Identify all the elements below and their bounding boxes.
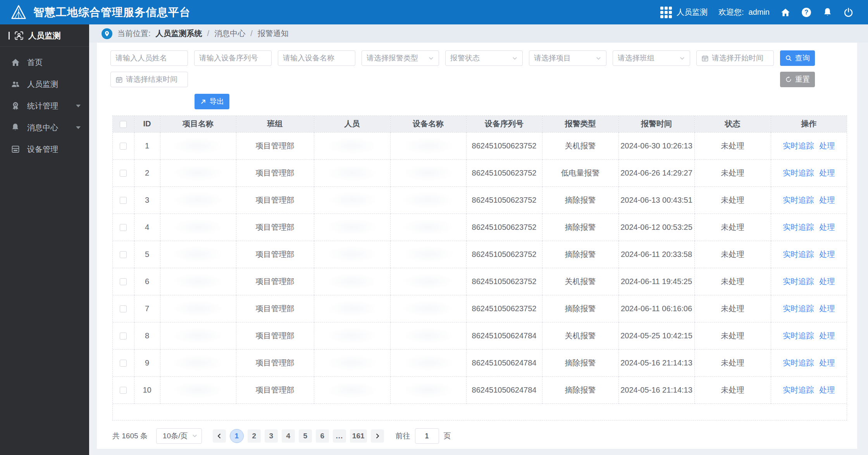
pager-page-2[interactable]: 2 [248, 429, 261, 443]
col-header-person: 人员 [314, 116, 390, 132]
cell-project-redacted [160, 322, 236, 349]
col-header-project: 项目名称 [160, 116, 236, 132]
handle-link[interactable]: 处理 [819, 331, 835, 341]
realtime-track-link[interactable]: 实时追踪 [783, 195, 814, 205]
alarm-type-select[interactable]: 请选择报警类型 [362, 50, 439, 66]
table-row: 7项目管理部862451050623752摘除报警2024-06-11 06:1… [113, 295, 847, 322]
power-icon[interactable] [843, 7, 853, 17]
row-checkbox[interactable] [120, 170, 127, 177]
cell-team: 项目管理部 [236, 214, 314, 241]
team-select[interactable]: 请选择班组 [613, 50, 690, 66]
device-icon [11, 145, 20, 154]
row-checkbox[interactable] [120, 305, 127, 312]
redacted-content [167, 271, 229, 291]
breadcrumb-message-center[interactable]: 消息中心 [214, 28, 245, 39]
welcome-group: 欢迎您: admin [718, 7, 770, 17]
breadcrumb-alarm-notice[interactable]: 报警通知 [258, 28, 289, 39]
sidebar-item-message-center[interactable]: 消息中心 [0, 117, 89, 138]
pager-page-5[interactable]: 5 [299, 429, 312, 443]
realtime-track-link[interactable]: 实时追踪 [783, 303, 814, 314]
handle-link[interactable]: 处理 [819, 303, 835, 314]
home-icon[interactable] [780, 7, 790, 17]
row-checkbox[interactable] [120, 387, 127, 394]
handle-link[interactable]: 处理 [819, 358, 835, 368]
search-button[interactable]: 查询 [780, 50, 815, 66]
realtime-track-link[interactable]: 实时追踪 [783, 276, 814, 287]
pager-page-161[interactable]: 161 [350, 429, 367, 443]
export-button[interactable]: 导出 [195, 94, 229, 109]
handle-link[interactable]: 处理 [819, 249, 835, 260]
sidebar-item-device-management[interactable]: 设备管理 [0, 138, 89, 160]
realtime-track-link[interactable]: 实时追踪 [783, 385, 814, 395]
handle-link[interactable]: 处理 [819, 385, 835, 395]
person-name-input[interactable]: 请输入人员姓名 [110, 50, 188, 66]
goto-page-input[interactable] [415, 428, 439, 444]
breadcrumb-system[interactable]: 人员监测系统 [156, 28, 202, 39]
realtime-track-link[interactable]: 实时追踪 [783, 141, 814, 151]
col-header-actions: 操作 [771, 116, 847, 132]
cell-actions: 实时追踪处理 [771, 322, 847, 349]
row-checkbox[interactable] [120, 360, 127, 367]
help-icon[interactable]: ? [801, 7, 811, 17]
sidebar-item-label: 统计管理 [27, 101, 58, 111]
start-time-picker[interactable]: 请选择开始时间 [696, 50, 774, 66]
handle-link[interactable]: 处理 [819, 276, 835, 287]
realtime-track-link[interactable]: 实时追踪 [783, 168, 814, 178]
sidebar-item-statistics[interactable]: 统计管理 [0, 95, 89, 117]
page-size-select[interactable]: 10条/页 [156, 428, 202, 444]
realtime-track-link[interactable]: 实时追踪 [783, 222, 814, 233]
pager-page-4[interactable]: 4 [282, 429, 295, 443]
end-time-picker[interactable]: 请选择结束时间 [110, 72, 188, 87]
module-switcher[interactable]: 人员监测 [660, 7, 708, 18]
realtime-track-link[interactable]: 实时追踪 [783, 358, 814, 368]
sidebar-title-bar [9, 32, 10, 40]
device-serial-input[interactable]: 请输入设备序列号 [194, 50, 272, 66]
cell-actions: 实时追踪处理 [771, 268, 847, 295]
col-header-alarm-time: 报警时间 [618, 116, 694, 132]
alarm-status-select[interactable]: 报警状态 [445, 50, 523, 66]
pager-page-3[interactable]: 3 [265, 429, 278, 443]
cell-project-redacted [160, 159, 236, 186]
pager-page-6[interactable]: 6 [316, 429, 329, 443]
row-checkbox [113, 376, 134, 403]
cell-person-redacted [314, 349, 390, 376]
pager-page-1[interactable]: 1 [230, 429, 244, 443]
row-checkbox[interactable] [120, 224, 127, 231]
col-header-device-name: 设备名称 [390, 116, 466, 132]
redacted-content [167, 244, 229, 264]
row-checkbox[interactable] [120, 278, 127, 285]
realtime-track-link[interactable]: 实时追踪 [783, 331, 814, 341]
next-page-button[interactable] [371, 429, 384, 443]
sidebar-item-personnel-monitor[interactable]: 人员监测 [0, 73, 89, 95]
table-row: 10项目管理部862451050624784摘除报警2024-05-16 21:… [113, 376, 847, 403]
device-name-input[interactable]: 请输入设备名称 [278, 50, 355, 66]
handle-link[interactable]: 处理 [819, 222, 835, 233]
pagination: 共 1605 条 10条/页 123456...161 前往 页 [112, 428, 847, 444]
breadcrumb-label: 当前位置: [117, 28, 151, 39]
row-checkbox[interactable] [120, 197, 127, 204]
cell-id: 10 [134, 376, 160, 403]
row-checkbox[interactable] [120, 143, 127, 150]
row-checkbox[interactable] [120, 251, 127, 258]
notification-bell-icon[interactable] [822, 7, 832, 17]
select-all-checkbox[interactable] [120, 121, 127, 128]
sidebar-item-home[interactable]: 首页 [0, 52, 89, 73]
chevron-down-icon [428, 55, 434, 61]
handle-link[interactable]: 处理 [819, 195, 835, 205]
pager-ellipsis[interactable]: ... [333, 429, 346, 443]
row-checkbox[interactable] [120, 333, 127, 340]
reset-button[interactable]: 重置 [780, 72, 815, 87]
placeholder-text: 请选择结束时间 [126, 74, 183, 84]
realtime-track-link[interactable]: 实时追踪 [783, 249, 814, 260]
cell-alarm-time: 2024-06-30 10:26:13 [618, 132, 694, 159]
table-row: 4项目管理部862451050623752摘除报警2024-06-12 00:5… [113, 214, 847, 241]
redacted-content [397, 163, 459, 183]
cell-person-redacted [314, 376, 390, 403]
prev-page-button[interactable] [213, 429, 226, 443]
cell-person-redacted [314, 132, 390, 159]
handle-link[interactable]: 处理 [819, 168, 835, 178]
project-select[interactable]: 请选择项目 [529, 50, 606, 66]
cell-id: 2 [134, 159, 160, 186]
handle-link[interactable]: 处理 [819, 141, 835, 151]
cell-id: 5 [134, 241, 160, 268]
